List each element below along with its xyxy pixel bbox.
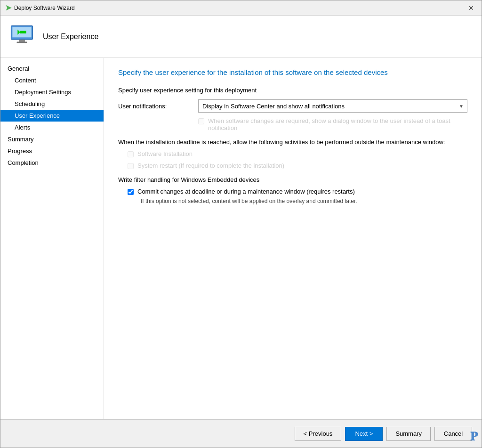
user-notifications-row: User notifications: Display in Software … <box>118 99 467 113</box>
header-title: User Experience <box>43 33 98 41</box>
write-filter-title: Write filter handling for Windows Embedd… <box>118 176 467 183</box>
software-installation-checkbox[interactable] <box>128 151 134 157</box>
svg-rect-3 <box>16 42 27 43</box>
sidebar: General Content Deployment Settings Sche… <box>0 58 104 419</box>
system-restart-row: System restart (If required to complete … <box>128 162 467 169</box>
toast-checkbox-row: When software changes are required, show… <box>198 117 467 131</box>
sidebar-item-progress[interactable]: Progress <box>0 145 104 157</box>
commit-changes-label: Commit changes at deadline or during a m… <box>137 188 355 195</box>
write-filter-indent: Commit changes at deadline or during a m… <box>128 188 467 204</box>
footer: < Previous Next > Summary Cancel <box>0 419 482 448</box>
header-area: User Experience <box>0 16 482 58</box>
close-button[interactable]: ✕ <box>466 3 477 13</box>
main-area: General Content Deployment Settings Sche… <box>0 58 482 419</box>
content-title: Specify the user experience for the inst… <box>118 67 467 77</box>
sidebar-item-summary[interactable]: Summary <box>0 133 104 145</box>
write-filter-section: Write filter handling for Windows Embedd… <box>118 176 467 204</box>
watermark: 𝐏 <box>470 429 478 444</box>
wizard-window: ➤ Deploy Software Wizard ✕ User Experien… <box>0 0 482 448</box>
next-button[interactable]: Next > <box>345 427 383 441</box>
maintenance-options-indent: Software Installation System restart (If… <box>128 150 467 169</box>
system-restart-checkbox[interactable] <box>128 163 134 169</box>
sidebar-item-content[interactable]: Content <box>0 74 104 86</box>
footer-wrapper: < Previous Next > Summary Cancel 𝐏 <box>0 419 482 448</box>
svg-rect-5 <box>20 31 26 34</box>
system-restart-label: System restart (If required to complete … <box>137 162 284 169</box>
content-area: Specify the user experience for the inst… <box>104 58 482 419</box>
title-bar-text: Deploy Software Wizard <box>14 5 75 11</box>
maintenance-window-title: When the installation deadline is reache… <box>118 138 467 146</box>
sidebar-item-user-experience[interactable]: User Experience <box>0 110 104 122</box>
commit-changes-row: Commit changes at deadline or during a m… <box>128 188 467 195</box>
section-label: Specify user experience setting for this… <box>118 87 467 94</box>
computer-icon <box>9 24 35 49</box>
commit-changes-checkbox[interactable] <box>128 189 134 195</box>
toast-checkbox[interactable] <box>198 118 204 124</box>
app-icon: ➤ <box>5 3 11 12</box>
previous-button[interactable]: < Previous <box>295 427 342 441</box>
user-notifications-select[interactable]: Display in Software Center and show all … <box>198 99 467 113</box>
sidebar-item-scheduling[interactable]: Scheduling <box>0 98 104 110</box>
sidebar-item-completion[interactable]: Completion <box>0 157 104 169</box>
sidebar-item-general[interactable]: General <box>0 63 104 74</box>
toast-checkbox-label: When software changes are required, show… <box>208 117 467 131</box>
summary-button[interactable]: Summary <box>386 427 431 441</box>
user-notifications-dropdown-wrapper: Display in Software Center and show all … <box>198 99 467 113</box>
title-bar: ➤ Deploy Software Wizard ✕ <box>0 0 482 16</box>
header-icon <box>8 23 36 51</box>
title-bar-left: ➤ Deploy Software Wizard <box>5 3 75 12</box>
maintenance-window-section: When the installation deadline is reache… <box>118 138 467 169</box>
sidebar-item-deployment-settings[interactable]: Deployment Settings <box>0 86 104 98</box>
user-notifications-label: User notifications: <box>118 103 193 110</box>
software-installation-row: Software Installation <box>128 150 467 157</box>
sidebar-item-alerts[interactable]: Alerts <box>0 122 104 133</box>
software-installation-label: Software Installation <box>137 150 193 157</box>
commit-changes-info: If this option is not selected, content … <box>141 198 467 204</box>
cancel-button[interactable]: Cancel <box>434 427 472 441</box>
